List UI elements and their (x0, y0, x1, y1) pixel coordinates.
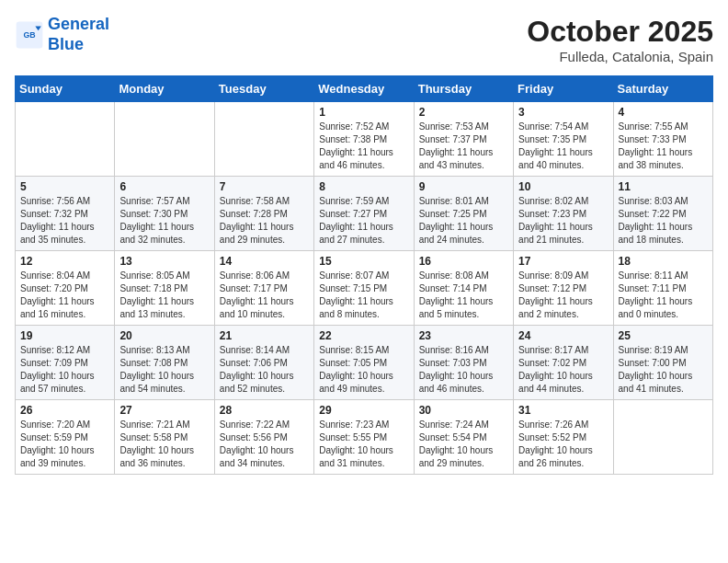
day-number: 21 (220, 329, 309, 342)
calendar-cell: 11Sunrise: 8:03 AM Sunset: 7:22 PM Dayli… (613, 177, 712, 251)
day-number: 15 (319, 255, 408, 268)
calendar-cell: 21Sunrise: 8:14 AM Sunset: 7:06 PM Dayli… (214, 326, 313, 400)
day-number: 30 (419, 404, 508, 417)
calendar-cell: 27Sunrise: 7:21 AM Sunset: 5:58 PM Dayli… (115, 400, 214, 475)
calendar-cell: 13Sunrise: 8:05 AM Sunset: 7:18 PM Dayli… (115, 251, 214, 326)
day-info: Sunrise: 7:24 AM Sunset: 5:54 PM Dayligh… (419, 419, 508, 470)
calendar-cell: 19Sunrise: 8:12 AM Sunset: 7:09 PM Dayli… (16, 326, 115, 400)
day-info: Sunrise: 8:17 AM Sunset: 7:02 PM Dayligh… (518, 344, 608, 396)
day-info: Sunrise: 7:21 AM Sunset: 5:58 PM Dayligh… (119, 419, 209, 470)
day-info: Sunrise: 8:16 AM Sunset: 7:03 PM Dayligh… (419, 344, 508, 396)
weekday-saturday: Saturday (613, 76, 712, 102)
day-info: Sunrise: 8:14 AM Sunset: 7:06 PM Dayligh… (220, 344, 309, 396)
day-info: Sunrise: 8:12 AM Sunset: 7:09 PM Dayligh… (20, 344, 109, 396)
calendar-cell (115, 102, 214, 177)
day-number: 11 (619, 180, 708, 193)
svg-text:GB: GB (23, 30, 35, 40)
day-info: Sunrise: 8:03 AM Sunset: 7:22 PM Dayligh… (619, 195, 708, 247)
day-info: Sunrise: 7:23 AM Sunset: 5:55 PM Dayligh… (319, 419, 408, 470)
calendar-cell: 22Sunrise: 8:15 AM Sunset: 7:05 PM Dayli… (314, 326, 414, 400)
day-info: Sunrise: 8:08 AM Sunset: 7:14 PM Dayligh… (419, 270, 508, 321)
logo: GB General Blue (15, 15, 109, 54)
day-info: Sunrise: 7:57 AM Sunset: 7:30 PM Dayligh… (119, 195, 209, 247)
day-number: 3 (518, 106, 608, 119)
calendar-week-5: 26Sunrise: 7:20 AM Sunset: 5:59 PM Dayli… (16, 400, 713, 475)
day-number: 13 (119, 255, 209, 268)
calendar-cell: 26Sunrise: 7:20 AM Sunset: 5:59 PM Dayli… (16, 400, 115, 475)
day-info: Sunrise: 7:54 AM Sunset: 7:35 PM Dayligh… (518, 121, 608, 172)
day-number: 25 (619, 329, 708, 342)
day-number: 24 (518, 329, 608, 342)
weekday-monday: Monday (115, 76, 214, 102)
calendar-cell (16, 102, 115, 177)
day-info: Sunrise: 7:59 AM Sunset: 7:27 PM Dayligh… (319, 195, 408, 247)
weekday-tuesday: Tuesday (214, 76, 313, 102)
day-info: Sunrise: 7:26 AM Sunset: 5:52 PM Dayligh… (518, 419, 608, 470)
day-info: Sunrise: 8:04 AM Sunset: 7:20 PM Dayligh… (20, 270, 109, 321)
calendar-cell: 3Sunrise: 7:54 AM Sunset: 7:35 PM Daylig… (514, 102, 613, 177)
day-info: Sunrise: 7:22 AM Sunset: 5:56 PM Dayligh… (220, 419, 309, 470)
day-info: Sunrise: 8:11 AM Sunset: 7:11 PM Dayligh… (619, 270, 708, 321)
day-info: Sunrise: 7:55 AM Sunset: 7:33 PM Dayligh… (619, 121, 708, 172)
day-info: Sunrise: 8:19 AM Sunset: 7:00 PM Dayligh… (619, 344, 708, 396)
calendar-cell: 16Sunrise: 8:08 AM Sunset: 7:14 PM Dayli… (414, 251, 513, 326)
day-number: 28 (220, 404, 309, 417)
calendar-table: SundayMondayTuesdayWednesdayThursdayFrid… (15, 75, 713, 475)
day-number: 22 (319, 329, 408, 342)
day-number: 18 (619, 255, 708, 268)
day-number: 27 (119, 404, 209, 417)
calendar-cell: 29Sunrise: 7:23 AM Sunset: 5:55 PM Dayli… (314, 400, 414, 475)
day-number: 9 (419, 180, 508, 193)
logo-line2: Blue (48, 35, 84, 53)
calendar-cell: 1Sunrise: 7:52 AM Sunset: 7:38 PM Daylig… (314, 102, 414, 177)
title-block: October 2025 Fulleda, Catalonia, Spain (527, 15, 713, 64)
calendar-week-3: 12Sunrise: 8:04 AM Sunset: 7:20 PM Dayli… (16, 251, 713, 326)
calendar-cell (613, 400, 712, 475)
day-info: Sunrise: 7:20 AM Sunset: 5:59 PM Dayligh… (20, 419, 109, 470)
day-number: 6 (119, 180, 209, 193)
day-info: Sunrise: 7:53 AM Sunset: 7:37 PM Dayligh… (419, 121, 508, 172)
day-number: 14 (220, 255, 309, 268)
calendar-cell: 28Sunrise: 7:22 AM Sunset: 5:56 PM Dayli… (214, 400, 313, 475)
calendar-cell: 8Sunrise: 7:59 AM Sunset: 7:27 PM Daylig… (314, 177, 414, 251)
day-number: 17 (518, 255, 608, 268)
calendar-cell: 4Sunrise: 7:55 AM Sunset: 7:33 PM Daylig… (613, 102, 712, 177)
day-info: Sunrise: 7:58 AM Sunset: 7:28 PM Dayligh… (220, 195, 309, 247)
page-header: GB General Blue October 2025 Fulleda, Ca… (15, 15, 713, 64)
calendar-cell: 23Sunrise: 8:16 AM Sunset: 7:03 PM Dayli… (414, 326, 513, 400)
day-number: 10 (518, 180, 608, 193)
weekday-sunday: Sunday (16, 76, 115, 102)
day-number: 23 (419, 329, 508, 342)
calendar-cell: 7Sunrise: 7:58 AM Sunset: 7:28 PM Daylig… (214, 177, 313, 251)
location-title: Fulleda, Catalonia, Spain (527, 49, 713, 64)
logo-text: General Blue (48, 15, 109, 54)
calendar-cell: 20Sunrise: 8:13 AM Sunset: 7:08 PM Dayli… (115, 326, 214, 400)
calendar-cell: 24Sunrise: 8:17 AM Sunset: 7:02 PM Dayli… (514, 326, 613, 400)
day-number: 7 (220, 180, 309, 193)
day-number: 1 (319, 106, 408, 119)
weekday-header-row: SundayMondayTuesdayWednesdayThursdayFrid… (16, 76, 713, 102)
day-number: 31 (518, 404, 608, 417)
calendar-cell: 17Sunrise: 8:09 AM Sunset: 7:12 PM Dayli… (514, 251, 613, 326)
calendar-cell: 5Sunrise: 7:56 AM Sunset: 7:32 PM Daylig… (16, 177, 115, 251)
day-info: Sunrise: 8:06 AM Sunset: 7:17 PM Dayligh… (220, 270, 309, 321)
calendar-cell: 30Sunrise: 7:24 AM Sunset: 5:54 PM Dayli… (414, 400, 513, 475)
logo-icon: GB (15, 20, 44, 50)
calendar-cell: 6Sunrise: 7:57 AM Sunset: 7:30 PM Daylig… (115, 177, 214, 251)
weekday-wednesday: Wednesday (314, 76, 414, 102)
day-info: Sunrise: 7:52 AM Sunset: 7:38 PM Dayligh… (319, 121, 408, 172)
day-info: Sunrise: 7:56 AM Sunset: 7:32 PM Dayligh… (20, 195, 109, 247)
calendar-week-4: 19Sunrise: 8:12 AM Sunset: 7:09 PM Dayli… (16, 326, 713, 400)
calendar-cell: 12Sunrise: 8:04 AM Sunset: 7:20 PM Dayli… (16, 251, 115, 326)
day-info: Sunrise: 8:02 AM Sunset: 7:23 PM Dayligh… (518, 195, 608, 247)
logo-line1: General (48, 15, 109, 33)
calendar-cell: 18Sunrise: 8:11 AM Sunset: 7:11 PM Dayli… (613, 251, 712, 326)
day-info: Sunrise: 8:07 AM Sunset: 7:15 PM Dayligh… (319, 270, 408, 321)
day-info: Sunrise: 8:05 AM Sunset: 7:18 PM Dayligh… (119, 270, 209, 321)
calendar-cell: 31Sunrise: 7:26 AM Sunset: 5:52 PM Dayli… (514, 400, 613, 475)
day-number: 26 (20, 404, 109, 417)
day-number: 29 (319, 404, 408, 417)
calendar-cell: 9Sunrise: 8:01 AM Sunset: 7:25 PM Daylig… (414, 177, 513, 251)
month-title: October 2025 (527, 15, 713, 49)
day-info: Sunrise: 8:15 AM Sunset: 7:05 PM Dayligh… (319, 344, 408, 396)
